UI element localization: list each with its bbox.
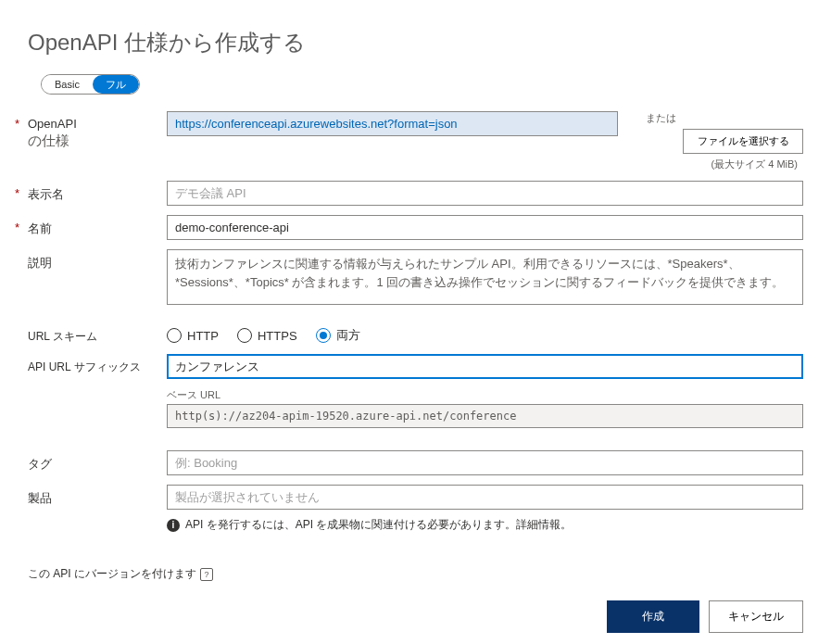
url-scheme-label: URL スキーム — [28, 329, 167, 345]
url-scheme-radio-group: HTTP HTTPS 両方 — [167, 323, 803, 344]
name-input[interactable] — [167, 215, 803, 240]
max-size-label: (最大サイズ 4 MiB) — [646, 158, 803, 171]
products-info-text: API を発行するには、API を成果物に関連付ける必要があります。詳細情報。 — [185, 517, 572, 533]
toggle-full[interactable]: フル — [93, 75, 139, 94]
radio-icon — [237, 328, 252, 343]
radio-http[interactable]: HTTP — [167, 328, 219, 343]
or-label: または — [646, 111, 803, 125]
base-url-display — [167, 404, 803, 428]
radio-both[interactable]: 両方 — [316, 327, 360, 344]
description-label: 説明 — [28, 255, 167, 271]
openapi-url-input[interactable] — [167, 111, 618, 136]
radio-icon — [167, 328, 182, 343]
products-label: 製品 — [28, 490, 167, 507]
openapi-sublabel: の仕様 — [28, 133, 167, 150]
radio-https-label: HTTPS — [258, 329, 297, 343]
select-file-button[interactable]: ファイルを選択する — [683, 129, 803, 154]
version-label: この API にバージョンを付けます — [28, 566, 196, 582]
products-input[interactable] — [167, 485, 803, 510]
required-marker: * — [15, 186, 19, 200]
page-title: OpenAPI 仕様から作成する — [28, 28, 803, 57]
name-label: 名前 — [28, 221, 167, 237]
tags-input[interactable] — [167, 450, 803, 475]
suffix-label: API URL サフィックス — [28, 360, 167, 375]
toggle-basic[interactable]: Basic — [42, 75, 93, 94]
radio-http-label: HTTP — [187, 329, 219, 343]
radio-https[interactable]: HTTPS — [237, 328, 297, 343]
tags-label: タグ — [28, 456, 167, 473]
info-icon: i — [167, 519, 180, 532]
openapi-label: OpenAPI — [28, 117, 167, 131]
mode-toggle[interactable]: Basic フル — [41, 74, 140, 95]
help-icon[interactable]: ? — [200, 568, 213, 581]
create-button[interactable]: 作成 — [607, 600, 699, 633]
cancel-button[interactable]: キャンセル — [709, 600, 803, 633]
description-textarea[interactable]: 技術カンファレンスに関連する情報が与えられたサンプル API。利用できるリソース… — [167, 249, 803, 305]
display-name-label: 表示名 — [28, 186, 167, 203]
footer: 作成 キャンセル — [0, 589, 831, 644]
display-name-input[interactable] — [167, 181, 803, 206]
required-marker: * — [15, 221, 19, 234]
radio-both-label: 両方 — [336, 327, 360, 344]
required-marker: * — [15, 117, 19, 131]
radio-icon — [316, 328, 331, 343]
base-url-label: ベース URL — [167, 388, 803, 402]
suffix-input[interactable] — [167, 354, 803, 379]
